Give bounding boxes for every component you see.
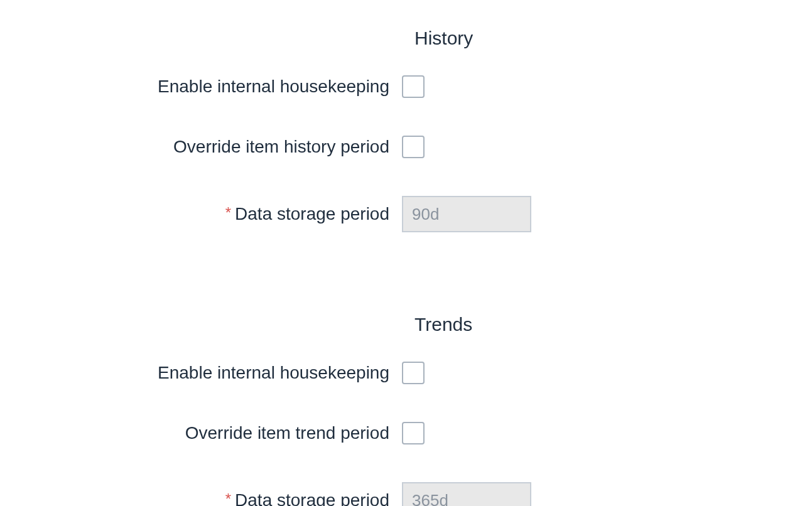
required-asterisk-icon: * <box>225 490 231 506</box>
history-override-period-checkbox[interactable] <box>402 136 425 158</box>
trends-storage-period-input[interactable] <box>402 482 531 506</box>
history-storage-period-label: *Data storage period <box>0 204 402 224</box>
history-enable-housekeeping-checkbox[interactable] <box>402 75 425 98</box>
trends-enable-housekeeping-checkbox[interactable] <box>402 362 425 384</box>
trends-section-title: Trends <box>414 314 812 335</box>
history-enable-housekeeping-label: Enable internal housekeeping <box>0 77 402 97</box>
history-storage-period-input[interactable] <box>402 196 531 232</box>
required-asterisk-icon: * <box>225 204 231 221</box>
history-override-period-label: Override item history period <box>0 137 402 157</box>
trends-override-period-checkbox[interactable] <box>402 422 425 444</box>
trends-storage-period-label: *Data storage period <box>0 490 402 506</box>
trends-enable-housekeeping-label: Enable internal housekeeping <box>0 363 402 383</box>
history-section-title: History <box>414 28 812 49</box>
trends-override-period-label: Override item trend period <box>0 423 402 443</box>
